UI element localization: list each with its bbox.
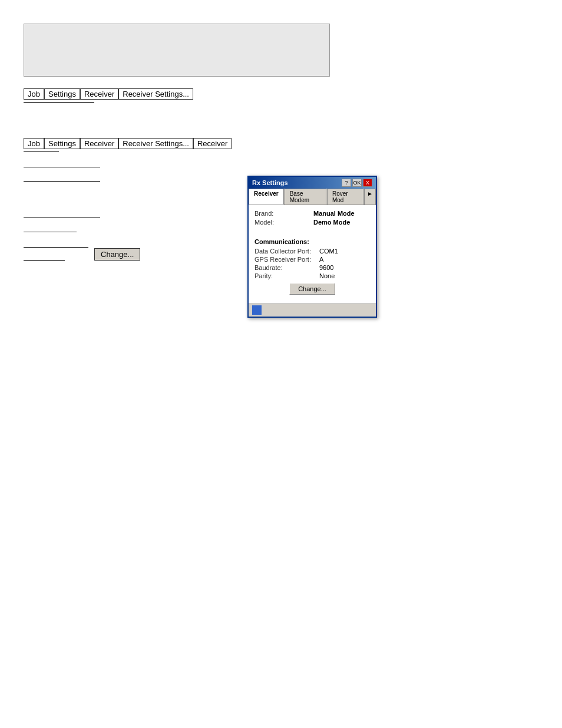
comm-row-3: Parity: None (254, 272, 370, 279)
tab-more-button[interactable]: ► (364, 189, 376, 205)
nav-item-receiver-2[interactable]: Receiver (80, 138, 118, 149)
nav-section-1: Job Settings Receiver Receiver Settings.… (24, 88, 538, 103)
model-label: Model: (254, 219, 313, 226)
nav-item-receiver-1[interactable]: Receiver (80, 88, 118, 100)
nav-underline-1 (24, 102, 94, 103)
content-line-4 (24, 223, 77, 232)
nav-bar-2: Job Settings Receiver Receiver Settings.… (24, 138, 538, 149)
top-banner (24, 24, 330, 77)
tab-receiver[interactable]: Receiver (249, 189, 284, 205)
nav-item-job-1[interactable]: Job (24, 88, 44, 100)
main-content: Rx Settings ? OK X Receiver Base Modem R… (24, 158, 538, 232)
brand-label: Brand: (254, 210, 313, 217)
content-line-1 (24, 158, 100, 167)
nav-bar-1: Job Settings Receiver Receiver Settings.… (24, 88, 538, 100)
bottom-line-1 (24, 238, 88, 248)
nav-item-receiver-settings-1[interactable]: Receiver Settings... (118, 88, 193, 100)
comm-label-3: Parity: (254, 272, 319, 279)
dialog-title-buttons: ? OK X (342, 179, 372, 187)
nav-item-settings-1[interactable]: Settings (44, 88, 80, 100)
nav-item-settings-2[interactable]: Settings (44, 138, 80, 149)
tab-base-modem[interactable]: Base Modem (285, 189, 326, 205)
content-line-2 (24, 172, 100, 182)
dialog-tabs: Receiver Base Modem Rover Mod ► (249, 189, 376, 205)
brand-value: Manual Mode (313, 210, 355, 217)
model-row: Model: Demo Mode (254, 219, 370, 226)
nav-underline-2 (24, 151, 59, 152)
dialog-footer (249, 303, 376, 317)
comm-value-1: A (319, 256, 323, 263)
dialog-close-button[interactable]: X (363, 179, 372, 187)
model-value: Demo Mode (313, 219, 350, 226)
communications-title: Communications: (254, 238, 370, 245)
comm-value-2: 9600 (319, 264, 333, 271)
comm-label-0: Data Collector Port: (254, 248, 319, 255)
comm-label-2: Baudrate: (254, 264, 319, 271)
comm-label-1: GPS Receiver Port: (254, 256, 319, 263)
nav-item-receiver-3[interactable]: Receiver (193, 138, 232, 149)
comm-row-0: Data Collector Port: COM1 (254, 248, 370, 255)
content-line-3 (24, 209, 100, 218)
dialog-help-button[interactable]: ? (342, 179, 351, 187)
nav-section-2: Job Settings Receiver Receiver Settings.… (24, 138, 538, 152)
comm-value-3: None (319, 272, 335, 279)
nav-item-receiver-settings-2[interactable]: Receiver Settings... (118, 138, 193, 149)
bottom-change-button[interactable]: Change... (94, 248, 140, 261)
brand-row: Brand: Manual Mode (254, 210, 370, 217)
bottom-left-lines (24, 238, 88, 261)
comm-row-2: Baudrate: 9600 (254, 264, 370, 271)
rx-settings-dialog: Rx Settings ? OK X Receiver Base Modem R… (247, 176, 377, 318)
comm-row-1: GPS Receiver Port: A (254, 256, 370, 263)
dialog-ok-button[interactable]: OK (352, 179, 362, 187)
nav-item-job-2[interactable]: Job (24, 138, 44, 149)
dialog-body: Brand: Manual Mode Model: Demo Mode Comm… (249, 205, 376, 303)
footer-grid-icon (252, 305, 262, 315)
dialog-change-button[interactable]: Change... (289, 283, 335, 295)
bottom-line-2 (24, 251, 65, 261)
comm-value-0: COM1 (319, 248, 338, 255)
dialog-titlebar: Rx Settings ? OK X (249, 177, 376, 189)
tab-rover-mode[interactable]: Rover Mod (327, 189, 363, 205)
dialog-title: Rx Settings (252, 179, 288, 186)
